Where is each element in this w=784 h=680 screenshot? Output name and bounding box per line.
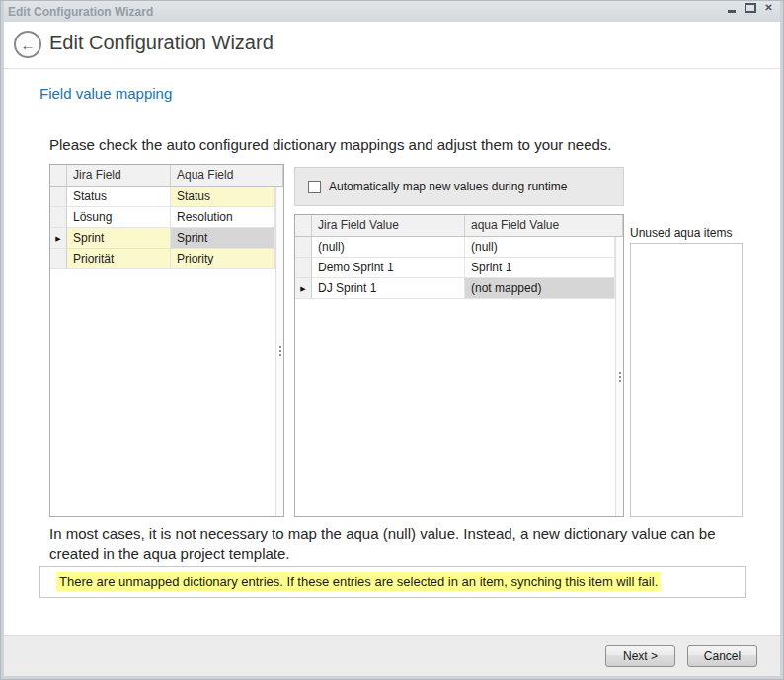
next-button[interactable]: Next >: [605, 645, 675, 667]
warning-box: There are unmapped dictionary entries. I…: [39, 566, 746, 598]
window-controls: ✕: [723, 1, 777, 15]
row-selector[interactable]: ▶: [50, 228, 67, 249]
maximize-button[interactable]: [742, 1, 758, 15]
scroll-grip-icon: [279, 346, 281, 356]
auto-map-checkbox-label: Automatically map new values during runt…: [329, 180, 567, 193]
table-row[interactable]: Lösung Resolution: [50, 207, 275, 228]
cell-aqua-field[interactable]: Priority: [171, 249, 275, 269]
warning-text: There are unmapped dictionary entries. I…: [56, 572, 661, 591]
maximize-icon: [745, 3, 756, 13]
cell-jira-value[interactable]: Demo Sprint 1: [312, 258, 465, 278]
column-header-jira-field-value[interactable]: Jira Field Value: [312, 215, 465, 236]
cancel-button[interactable]: Cancel: [687, 645, 757, 667]
field-mapping-table-body: Status Status Lösung Resolution ▶ Sprint…: [50, 187, 283, 516]
row-selector[interactable]: [295, 237, 312, 258]
cell-aqua-field[interactable]: Status: [171, 187, 275, 207]
field-mapping-table-header: Jira Field Aqua Field: [50, 165, 283, 187]
table-row[interactable]: (null) (null): [295, 237, 615, 258]
wizard-content: ← Edit Configuration Wizard Field value …: [4, 22, 780, 676]
row-selector[interactable]: [50, 187, 67, 207]
cell-aqua-value[interactable]: (not mapped): [465, 278, 615, 299]
cell-aqua-field[interactable]: Resolution: [171, 207, 275, 228]
column-header-jira-field[interactable]: Jira Field: [67, 165, 171, 186]
column-header-aqua-field-value[interactable]: aqua Field Value: [465, 215, 623, 236]
section-title: Field value mapping: [39, 85, 172, 102]
value-mapping-table-header: Jira Field Value aqua Field Value: [295, 215, 623, 237]
current-row-arrow-icon: ▶: [55, 235, 60, 242]
minimize-icon: [728, 10, 736, 13]
back-arrow-icon: ←: [21, 37, 36, 53]
row-selector-header: [50, 165, 67, 186]
wizard-header: ← Edit Configuration Wizard: [4, 22, 780, 69]
table-row-current[interactable]: ▶ Sprint Sprint: [50, 228, 275, 249]
row-selector[interactable]: [50, 207, 67, 228]
cell-jira-field[interactable]: Sprint: [67, 228, 171, 249]
unused-aqua-items-list[interactable]: [630, 243, 743, 517]
runtime-mapping-panel: Automatically map new values during runt…: [294, 167, 624, 206]
cell-jira-field[interactable]: Lösung: [67, 207, 171, 228]
vertical-scrollbar[interactable]: [615, 237, 623, 516]
row-selector-header: [295, 215, 312, 236]
cell-aqua-field[interactable]: Sprint: [171, 228, 275, 249]
footer-bar: Next > Cancel: [4, 635, 780, 676]
auto-map-checkbox[interactable]: [308, 181, 321, 193]
cell-jira-value[interactable]: (null): [312, 237, 465, 258]
scroll-grip-icon: [619, 372, 621, 382]
close-icon: ✕: [764, 3, 772, 13]
edit-configuration-wizard-window: Edit Configuration Wizard ✕ ← Edit Confi…: [0, 0, 784, 680]
vertical-scrollbar[interactable]: [275, 187, 283, 516]
row-selector[interactable]: [50, 249, 67, 269]
back-button[interactable]: ←: [14, 31, 41, 58]
page-title: Edit Configuration Wizard: [49, 32, 274, 54]
cell-aqua-value[interactable]: Sprint 1: [465, 258, 615, 278]
minimize-button[interactable]: [723, 1, 740, 15]
window-titlebar[interactable]: Edit Configuration Wizard ✕: [4, 1, 780, 22]
row-selector[interactable]: [295, 258, 312, 278]
cell-jira-value[interactable]: DJ Sprint 1: [312, 278, 465, 299]
table-row[interactable]: Status Status: [50, 187, 275, 207]
table-row[interactable]: Demo Sprint 1 Sprint 1: [295, 258, 615, 278]
note-text: In most cases, it is not necessary to ma…: [49, 524, 752, 564]
field-mapping-table: Jira Field Aqua Field Status Status Lösu…: [49, 164, 284, 517]
value-mapping-table-body: (null) (null) Demo Sprint 1 Sprint 1 ▶ D…: [295, 237, 623, 516]
window-title: Edit Configuration Wizard: [4, 5, 153, 19]
cell-jira-field[interactable]: Priorität: [67, 249, 171, 269]
cell-aqua-value[interactable]: (null): [465, 237, 615, 258]
table-row-current[interactable]: ▶ DJ Sprint 1 (not mapped): [295, 278, 615, 299]
unused-aqua-items-label: Unused aqua items: [630, 226, 732, 240]
instruction-text: Please check the auto configured diction…: [49, 136, 612, 153]
table-row[interactable]: Priorität Priority: [50, 249, 275, 269]
cell-jira-field[interactable]: Status: [67, 187, 171, 207]
row-selector[interactable]: ▶: [295, 278, 312, 299]
current-row-arrow-icon: ▶: [300, 285, 305, 292]
close-button[interactable]: ✕: [760, 1, 777, 15]
column-header-aqua-field[interactable]: Aqua Field: [171, 165, 283, 186]
value-mapping-table: Jira Field Value aqua Field Value (null)…: [294, 214, 624, 517]
